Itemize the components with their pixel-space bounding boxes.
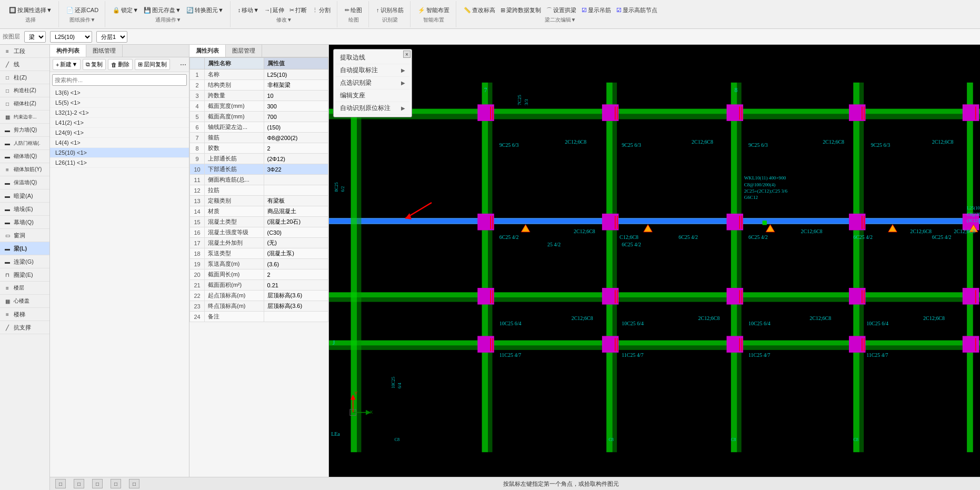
list-item-l24[interactable]: L24(9) <1> — [50, 128, 189, 138]
layer-select[interactable]: 分层1 — [96, 31, 127, 43]
prop-value-cell[interactable]: 700 — [264, 112, 328, 122]
prop-value-cell[interactable]: Φ8@200(2) — [264, 133, 328, 143]
sidebar-item-constraint[interactable]: ▦ 约束边非... — [0, 111, 49, 124]
component-name-select[interactable]: L25(10) — [50, 31, 92, 43]
delete-comp-button[interactable]: 🗑 删除 — [108, 59, 133, 70]
prop-value-cell[interactable]: 300 — [264, 101, 328, 112]
prop-value-cell[interactable]: 有梁板 — [264, 196, 328, 206]
list-item-l26[interactable]: L26(11) <1> — [50, 158, 189, 168]
copy-span-data-button[interactable]: ⊞梁跨数据复制 — [498, 5, 543, 15]
tab-component-list[interactable]: 构件列表 — [50, 45, 86, 57]
list-item-l3[interactable]: L3(6) <1> — [50, 88, 189, 98]
sidebar-item-column[interactable]: □ 柱(Z) — [0, 71, 49, 84]
sidebar-item-line[interactable]: ╱ 线 — [0, 58, 49, 71]
sidebar-item-gongduan[interactable]: ≡ 工段 — [0, 45, 49, 58]
sidebar-item-hidden-beam[interactable]: ▬ 暗梁(A) — [0, 189, 49, 203]
auto-identify-annotation-button[interactable]: 自动识别原位标注 ▶ — [336, 102, 409, 115]
status-icon-2[interactable]: □ — [74, 479, 84, 488]
move-button[interactable]: ↕移动▼ — [236, 5, 261, 15]
copy-comp-button[interactable]: ⧉ 复制 — [83, 59, 106, 70]
list-item-l32[interactable]: L32(1)-2 <1> — [50, 108, 189, 118]
sidebar-item-shear-wall[interactable]: ▬ 剪力墙(Q) — [0, 124, 49, 137]
sidebar-item-rebar[interactable]: ≡ 砌体加筋(Y) — [0, 163, 49, 176]
tab-prop-list[interactable]: 属性列表 — [189, 45, 226, 57]
prop-value-cell[interactable]: 2 — [264, 269, 328, 280]
list-item-l5[interactable]: L5(5) <1> — [50, 98, 189, 108]
lock-button[interactable]: 🔒锁定▼ — [111, 5, 141, 15]
ring-beam-icon: ⊓ — [3, 271, 12, 279]
sidebar-item-beam[interactable]: ▬ 梁(L) — [0, 242, 49, 255]
draw-button[interactable]: ✏绘图 — [343, 5, 364, 15]
convert-elem-button[interactable]: 🔄转换图元▼ — [184, 5, 226, 15]
set-arch-button[interactable]: ⌒设置拱梁 — [544, 5, 578, 15]
expand-icon[interactable]: ⋯ — [180, 61, 186, 68]
status-icon-4[interactable]: □ — [111, 479, 121, 488]
status-icon-3[interactable]: □ — [92, 479, 103, 488]
extend-button[interactable]: →|延伸 — [262, 5, 286, 15]
split-button[interactable]: ⋮分割 — [310, 5, 333, 15]
new-comp-button[interactable]: + 新建▼ — [53, 59, 81, 70]
prop-value-cell[interactable]: 非框架梁 — [264, 80, 328, 91]
prop-value-cell[interactable]: L25(10) — [264, 69, 328, 80]
list-item-l4[interactable]: L4(4) <1> — [50, 138, 189, 148]
prop-value-cell[interactable]: (无) — [264, 238, 328, 248]
prop-value-cell[interactable] — [264, 185, 328, 196]
sidebar-item-curtain-wall[interactable]: ▬ 幕墙(Q) — [0, 216, 49, 229]
select-by-attr-button[interactable]: 🔲 按属性选择▼ — [7, 5, 54, 15]
show-high-node-button[interactable]: ☑ 显示高筋节点 — [614, 5, 659, 15]
prop-value-cell[interactable]: (混凝土泵) — [264, 248, 328, 259]
sidebar-item-insul-wall[interactable]: ▬ 保温墙(Q) — [0, 176, 49, 189]
prop-value-cell[interactable]: 层顶标高(3.6) — [264, 301, 328, 312]
sidebar-item-stair[interactable]: ≡ 楼梯 — [0, 308, 49, 321]
prop-value-cell[interactable]: 3Φ22 — [264, 164, 328, 175]
prop-value-cell[interactable]: (3.6) — [264, 259, 328, 269]
prop-value-cell[interactable]: (2Φ12) — [264, 154, 328, 164]
smart-arrange-button[interactable]: ⚡智能布置 — [416, 5, 452, 15]
prop-value-cell[interactable]: (150) — [264, 122, 328, 133]
identify-hanger-button[interactable]: ↑识别吊筋 — [374, 5, 406, 15]
sidebar-item-masonry-column[interactable]: □ 砌体柱(Z) — [0, 97, 49, 111]
break-button[interactable]: ✂打断 — [287, 5, 309, 15]
svg-text:2C12;6C8: 2C12;6C8 — [574, 228, 595, 234]
prop-value-cell[interactable]: 2 — [264, 143, 328, 154]
sidebar-item-window[interactable]: ▭ 窗洞 — [0, 229, 49, 242]
prop-value-cell[interactable] — [264, 312, 328, 322]
prop-value-cell[interactable]: 0.21 — [264, 280, 328, 291]
svg-rect-31 — [602, 288, 619, 305]
status-icon-5[interactable]: □ — [129, 479, 139, 488]
status-icon-1[interactable]: □ — [55, 479, 66, 488]
prop-value-cell[interactable]: 10 — [264, 91, 328, 101]
sidebar-item-wall-pier[interactable]: ▬ 墙垛(E) — [0, 203, 49, 216]
sidebar-item-struct-column[interactable]: □ 构造柱(Z) — [0, 84, 49, 97]
sidebar-item-support[interactable]: ╱ 抗支撑 — [0, 321, 49, 334]
prop-value-cell[interactable]: (混凝土20石) — [264, 217, 328, 227]
sidebar-item-ring-beam[interactable]: ⊓ 圈梁(E) — [0, 268, 49, 282]
tab-layer-manage[interactable]: 图层管理 — [226, 45, 262, 57]
show-hanger-button[interactable]: ☑ 显示吊筋 — [579, 5, 613, 15]
cad-canvas[interactable]: × 提取边线 自动提取标注 ▶ 点选识别梁 ▶ 编辑支座 自动识别原位标注 ▶ — [329, 45, 980, 490]
prop-value-cell[interactable] — [264, 175, 328, 185]
sidebar-item-blast-door[interactable]: ▬ 人防门框墙(. — [0, 137, 49, 150]
point-identify-beam-button[interactable]: 点选识别梁 ▶ — [336, 77, 409, 89]
sidebar-item-floor-slab[interactable]: ▦ 心楼盖 — [0, 295, 49, 308]
list-item-l41[interactable]: L41(2) <1> — [50, 118, 189, 128]
prop-value-cell[interactable]: 商品混凝土 — [264, 206, 328, 217]
check-elevation-button[interactable]: 📏查改标高 — [462, 5, 497, 15]
prop-value-cell[interactable]: (C30) — [264, 227, 328, 238]
layer-copy-button[interactable]: ⊞ 层间复制 — [135, 59, 170, 70]
component-type-select[interactable]: 梁 — [24, 31, 46, 43]
prop-value-cell[interactable]: 层顶标高(3.6) — [264, 291, 328, 301]
edit-support-button[interactable]: 编辑支座 — [336, 89, 409, 102]
sidebar-item-floor[interactable]: ≡ 楼层 — [0, 282, 49, 295]
sidebar-item-masonry-wall[interactable]: ▬ 砌体墙(Q) — [0, 150, 49, 163]
auto-extract-annotation-button[interactable]: 自动提取标注 ▶ — [336, 64, 409, 77]
float-toolbar-close[interactable]: × — [403, 51, 411, 58]
tab-drawing-manage[interactable]: 图纸管理 — [86, 45, 123, 57]
extract-border-button[interactable]: 提取边线 — [336, 52, 409, 64]
save-elem-button[interactable]: 💾图元存盘▼ — [142, 5, 183, 15]
search-input[interactable] — [52, 74, 187, 86]
restore-cad-button[interactable]: 📄 还原CAD — [64, 5, 101, 15]
wall-pier-icon: ▬ — [3, 205, 12, 213]
sidebar-item-link-beam[interactable]: ▬ 连梁(G) — [0, 255, 49, 268]
list-item-l25[interactable]: L25(10) <1> — [50, 148, 189, 158]
